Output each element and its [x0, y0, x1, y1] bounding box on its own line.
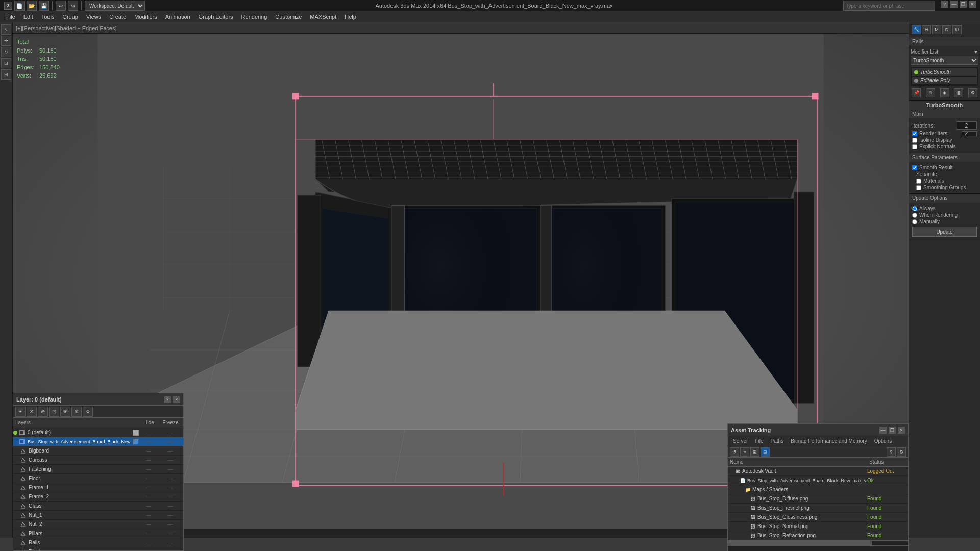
layer-row-glass[interactable]: Glass — — [13, 502, 183, 511]
menu-animation[interactable]: Animation [161, 13, 194, 21]
menu-maxscript[interactable]: MAXScript [306, 13, 340, 21]
remove-modifier-btn[interactable]: 🗑 [954, 88, 963, 97]
search-input[interactable] [843, 1, 935, 11]
layer-row-nut1[interactable]: Nut_1 — — [13, 511, 183, 520]
layers-new-btn[interactable]: + [15, 407, 26, 417]
win-restore-btn[interactable]: ❐ [960, 1, 967, 8]
rails-header[interactable]: Rails [909, 37, 980, 46]
menu-group[interactable]: Group [58, 13, 82, 21]
select-btn[interactable]: ↖ [1, 24, 11, 35]
layers-settings-btn[interactable]: ⚙ [83, 407, 93, 417]
rotate-btn[interactable]: ↻ [1, 47, 11, 57]
asset-settings-btn[interactable]: ⚙ [897, 447, 906, 457]
layer-row-busstop[interactable]: Bus_Stop_with_Advertisement_Board_Black_… [13, 437, 183, 446]
layers-select-btn[interactable]: ⊡ [49, 407, 59, 417]
isoline-checkbox[interactable] [912, 138, 917, 143]
menu-views[interactable]: Views [82, 13, 105, 21]
asset-scrollbar-thumb[interactable] [728, 541, 872, 545]
manually-radio[interactable] [912, 219, 917, 224]
menu-graph-editors[interactable]: Graph Editors [194, 13, 237, 21]
move-btn[interactable]: ✛ [1, 36, 11, 46]
iterations-input[interactable] [957, 121, 977, 130]
win-close-btn[interactable]: ✕ [969, 1, 976, 8]
render-iters-input[interactable] [962, 131, 977, 136]
main-header[interactable]: Main [909, 110, 980, 118]
asset-row-vault[interactable]: 🏛 Autodesk Vault Logged Out [728, 467, 908, 476]
asset-menu-file[interactable]: File [752, 437, 766, 445]
make-unique-btn[interactable]: ◈ [940, 88, 949, 97]
materials-checkbox[interactable] [916, 179, 921, 184]
layer-row-pillars[interactable]: Pillars — — [13, 529, 183, 538]
layers-hide-all-btn[interactable]: 👁 [60, 407, 70, 417]
modify-tab-btn[interactable]: 🔧 [912, 25, 921, 34]
save-btn[interactable]: 💾 [39, 1, 49, 11]
layers-delete-btn[interactable]: ✕ [27, 407, 37, 417]
layer-row-fastening[interactable]: Fastening — — [13, 465, 183, 474]
viewport-perspective[interactable]: [Perspective] [22, 25, 55, 31]
asset-list-view-btn[interactable]: ≡ [740, 447, 749, 457]
open-btn[interactable]: 📂 [27, 1, 37, 11]
utilities-tab-btn[interactable]: U [952, 25, 962, 34]
smoothing-groups-checkbox[interactable] [916, 185, 921, 190]
asset-row-normal[interactable]: 🖼 Bus_Stop_Normal.png Found [728, 522, 908, 531]
display-tab-btn[interactable]: D [942, 25, 951, 34]
undo-btn[interactable]: ↩ [56, 1, 66, 11]
menu-customize[interactable]: Customize [271, 13, 306, 21]
modifier-list-select[interactable]: TurboSmooth [911, 56, 978, 65]
snap-btn[interactable]: ⊞ [1, 69, 11, 80]
layer-row-0default[interactable]: 0 (default) — — [13, 428, 183, 437]
viewport-shading[interactable]: [Shaded + Edged Faces] [55, 25, 116, 31]
always-radio[interactable] [912, 206, 917, 211]
asset-row-diffuse[interactable]: 🖼 Bus_Stop_Diffuse.png Found [728, 494, 908, 504]
asset-detail-view-btn[interactable]: ⊟ [761, 447, 770, 457]
turbosmooth-item[interactable]: TurboSmooth [912, 68, 977, 76]
layer-row-rails[interactable]: Rails — — [13, 538, 183, 547]
smooth-result-checkbox[interactable] [912, 165, 917, 170]
asset-row-refraction[interactable]: 🖼 Bus_Stop_Refraction.png Found [728, 531, 908, 540]
menu-edit[interactable]: Edit [19, 13, 37, 21]
explicit-normals-checkbox[interactable] [912, 144, 917, 149]
menu-modifiers[interactable]: Modifiers [130, 13, 161, 21]
win-help-btn[interactable]: ? [941, 1, 948, 8]
asset-menu-paths[interactable]: Paths [768, 437, 787, 445]
layers-add-sel-btn[interactable]: ⊕ [38, 407, 48, 417]
menu-file[interactable]: File [2, 13, 19, 21]
layer-row-bigboard[interactable]: Bigboard — — [13, 446, 183, 456]
configure-modifier-sets-btn[interactable]: ⚙ [968, 88, 977, 97]
viewport-plus[interactable]: [+] [16, 25, 22, 31]
pin-stack-btn[interactable]: 📌 [912, 88, 921, 97]
layers-help-btn[interactable]: ? [164, 396, 171, 403]
layers-freeze-all-btn[interactable]: ❄ [71, 407, 82, 417]
surface-params-header[interactable]: Surface Parameters [909, 153, 980, 162]
asset-row-glossiness[interactable]: 🖼 Bus_Stop_Glossiness.png Found [728, 513, 908, 522]
update-options-header[interactable]: Update Options [909, 194, 980, 203]
asset-scrollbar[interactable] [728, 540, 908, 545]
layer-row-frame1[interactable]: Frame_1 — — [13, 483, 183, 492]
layer-row-frame2[interactable]: Frame_2 — — [13, 492, 183, 502]
menu-help[interactable]: Help [340, 13, 360, 21]
asset-row-fresnel[interactable]: 🖼 Bus_Stop_Fresnel.png Found [728, 504, 908, 513]
when-rendering-radio[interactable] [912, 213, 917, 218]
layer-row-floor[interactable]: Floor — — [13, 474, 183, 483]
asset-row-maxfile[interactable]: 📄 Bus_Stop_with_Advertisement_Board_Blac… [728, 476, 908, 485]
motion-tab-btn[interactable]: M [932, 25, 941, 34]
layer-row-carcass[interactable]: Carcass — — [13, 456, 183, 465]
asset-menu-options[interactable]: Options [871, 437, 895, 445]
asset-minimize-btn[interactable]: — [879, 427, 887, 434]
new-btn[interactable]: 📄 [14, 1, 24, 11]
menu-rendering[interactable]: Rendering [237, 13, 272, 21]
asset-close-btn[interactable]: × [898, 427, 905, 434]
asset-menu-bitmap[interactable]: Bitmap Performance and Memory [788, 437, 870, 445]
show-end-result-btn[interactable]: ⊕ [926, 88, 935, 97]
asset-row-maps[interactable]: 📁 Maps / Shaders [728, 485, 908, 494]
asset-refresh-btn[interactable]: ↺ [730, 447, 739, 457]
hierarchy-tab-btn[interactable]: H [922, 25, 931, 34]
menu-create[interactable]: Create [105, 13, 130, 21]
update-btn[interactable]: Update [912, 227, 977, 237]
render-iters-checkbox[interactable] [912, 131, 917, 136]
layer-row-nut2[interactable]: Nut_2 — — [13, 520, 183, 529]
layers-close-btn[interactable]: × [173, 396, 180, 403]
asset-tree-view-btn[interactable]: ⊞ [750, 447, 760, 457]
redo-btn[interactable]: ↪ [68, 1, 78, 11]
scale-btn[interactable]: ⊡ [1, 58, 11, 68]
